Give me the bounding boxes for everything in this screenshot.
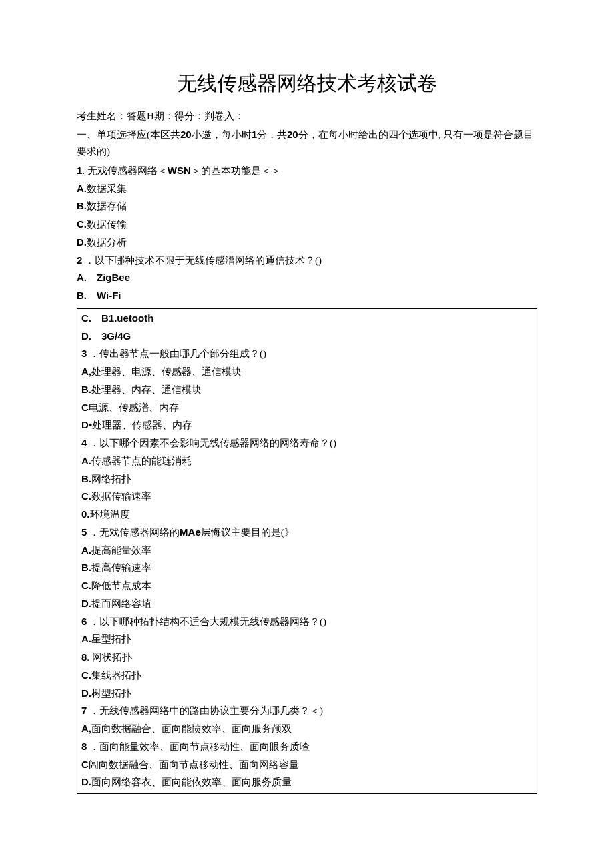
option-c: C.数据传输: [77, 216, 537, 233]
option-d: 0.环境温度: [81, 506, 533, 523]
option-d: D.3G/4G: [81, 328, 533, 345]
option-c: C.B1.uetooth: [81, 310, 533, 327]
option-text: 数据分析: [87, 237, 127, 248]
option-text: ．面向能量效率、面向节点移动性、面向眼务质喳: [87, 741, 310, 752]
intro-num: 1: [252, 129, 257, 140]
option-label: D.: [81, 596, 91, 612]
option-c: C.数据传输速率: [81, 488, 533, 505]
option-label: D.: [81, 328, 101, 345]
question-text-bold: WSN: [168, 165, 191, 176]
option-label: 0.: [81, 506, 90, 523]
option-c: C闾向数据融合、面向节点移动性、面向网络容量: [81, 757, 533, 773]
question-text: ＞的基本功能是＜＞: [191, 165, 281, 176]
option-text: 处理器、内存、通信模块: [91, 384, 202, 395]
question-7: 7 ．无线传感器网络中的路由协议主要分为哪几类？＜): [81, 703, 533, 719]
option-c: C电源、传感潽、内存: [81, 400, 533, 416]
option-a: A,处理器、电源、传感器、通信模块: [81, 364, 533, 380]
intro-num: 20: [287, 129, 298, 140]
question-2: 2 ．以下哪种技术不限于无线传感潽网络的通信技术？(): [77, 252, 537, 269]
option-text: 环境温度: [90, 509, 130, 520]
option-a: A,面向数据融合、面向能愤效率、面向服务颅双: [81, 721, 533, 737]
option-text: 网络拓扑: [91, 474, 131, 484]
option-label: C: [81, 757, 89, 773]
option-label: C.: [81, 310, 101, 327]
option-text: 数据存储: [87, 201, 127, 211]
intro-text: 一、单项选择应(本区共: [77, 129, 180, 140]
option-label: D.: [77, 234, 87, 251]
option-text: 电源、传感潽、内存: [89, 402, 179, 413]
option-label: A,: [81, 364, 91, 380]
option-text: 提高能量效率: [91, 545, 151, 556]
option-text: Wi-Fi: [97, 288, 121, 304]
option-a: A.传感器节点的能琏消耗: [81, 453, 533, 470]
option-d: D.提而网络容埴: [81, 596, 533, 612]
option-b: 8 ．面向能量效率、面向节点移动性、面向眼务质喳: [81, 739, 533, 755]
option-label: C: [81, 400, 89, 416]
option-label: A.: [81, 631, 91, 648]
option-text: 提高传输速率: [91, 562, 151, 573]
option-text: 闾向数据融合、面向节点移动性、面向网络容量: [89, 759, 299, 770]
option-label: B.: [81, 382, 91, 398]
option-b: B.提高传输速率: [81, 560, 533, 576]
option-label: D.: [81, 774, 91, 791]
option-text: 集线器拓扑: [91, 670, 141, 681]
option-text: 处理器、传感器、内存: [92, 420, 192, 430]
question-text: ．无戏传感器网络的: [87, 527, 180, 538]
option-d: D.树型拓扑: [81, 685, 533, 702]
question-text: 层悔议主要目的是(》: [201, 527, 294, 538]
option-text: 数据传输: [87, 219, 127, 230]
option-text: 降低节点成本: [91, 580, 151, 591]
option-c: C.集线器拓扑: [81, 667, 533, 684]
question-text: ．以下哪种拓扑结构不适合大规模无线传感器网络？(): [87, 616, 326, 627]
option-text: 面向数据融合、面向能愤效率、面向服务颅双: [91, 723, 292, 734]
option-text: ZigBee: [97, 270, 130, 286]
option-label: C.: [81, 488, 91, 505]
option-b: B.网络拓扑: [81, 471, 533, 488]
option-label: A.: [77, 270, 97, 286]
question-5: 5 ．无戏传感器网络的MAe层悔议主要目的是(》: [81, 524, 533, 541]
question-6: 6 ．以下哪种拓扑结构不适合大规模无线传感器网络？(): [81, 614, 533, 630]
option-d: D•处理器、传感器、内存: [81, 417, 533, 434]
question-text: ．无线传感器网络中的路由协议主要分为哪几类？＜): [87, 705, 323, 716]
option-label: B.: [81, 471, 91, 488]
option-a: A.星型拓扑: [81, 631, 533, 648]
question-text-bold: MAe: [180, 526, 201, 538]
question-3: 3 ．传出器节点一般由哪几个部分组成？(): [81, 346, 533, 362]
question-text: . 无戏传感器网络＜: [82, 165, 168, 176]
option-text: 处理器、电源、传感器、通信模块: [91, 366, 242, 377]
option-c: C.降低节点成本: [81, 578, 533, 594]
option-text: B1.uetooth: [101, 310, 154, 327]
question-text: ．以下哪个因素不会影响无线传感器网络的网络寿命？(): [87, 438, 336, 448]
intro-text: 分，共: [257, 129, 287, 140]
question-text: ．传出器节点一般由哪几个部分组成？(): [87, 348, 266, 359]
option-b: B.Wi-Fi: [77, 288, 537, 304]
option-a: A.数据采集: [77, 181, 537, 197]
option-label: A,: [81, 721, 91, 737]
option-a: A.提高能量效率: [81, 542, 533, 559]
option-text: 星型拓扑: [91, 634, 131, 644]
question-text: ．以下哪种技术不限于无线传感潽网络的通信技术？(): [82, 255, 322, 266]
option-a: A.ZigBee: [77, 270, 537, 286]
option-label: B.: [81, 560, 91, 576]
option-text: 3G/4G: [101, 328, 131, 345]
option-text: 面向网络容衣、面向能依效率、面向服务质量: [91, 777, 292, 787]
option-d: D.数据分析: [77, 234, 537, 251]
option-text: . 网状拓扑: [87, 652, 132, 663]
option-label: B.: [77, 198, 87, 215]
option-label: D.: [81, 685, 91, 702]
question-4: 4 ．以下哪个因素不会影响无线传感器网络的网络寿命？(): [81, 435, 533, 452]
boxed-section: C.B1.uetooth D.3G/4G 3 ．传出器节点一般由哪几个部分组成？…: [77, 308, 537, 794]
option-label: B.: [77, 288, 97, 304]
option-label: C.: [81, 578, 91, 594]
option-label: A.: [81, 453, 91, 470]
exam-meta: 考生姓名：答题H期：得分：判卷入：: [77, 108, 537, 125]
intro-text: 小邀，每小时: [192, 129, 252, 140]
option-label: D•: [81, 417, 92, 434]
option-b: 8. 网状拓扑: [81, 649, 533, 666]
option-label: C.: [77, 216, 87, 233]
option-d: D.面向网络容衣、面向能依效率、面向服务质量: [81, 774, 533, 791]
question-1: 1. 无戏传感器网络＜WSN＞的基本功能是＜＞: [77, 163, 537, 179]
option-label: A.: [81, 542, 91, 559]
option-label: A.: [77, 181, 87, 197]
option-text: 树型拓扑: [91, 688, 131, 699]
